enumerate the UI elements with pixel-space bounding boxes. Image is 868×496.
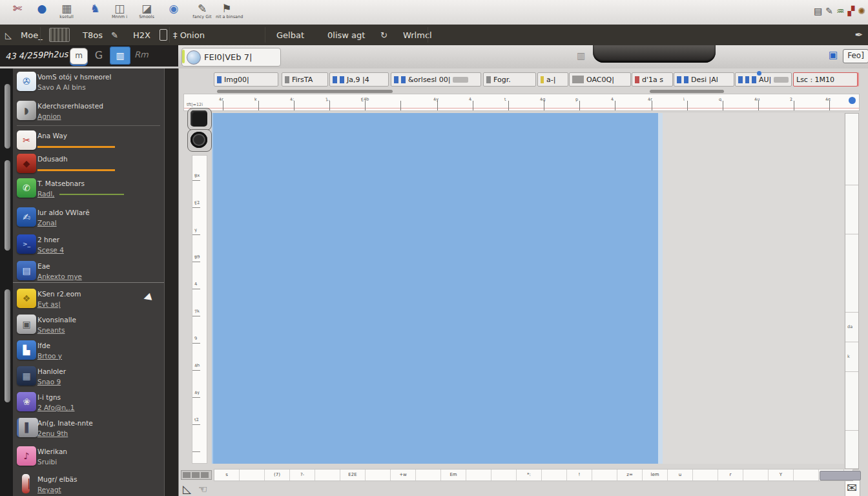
vertical-ruler[interactable]: BxE2yB947k94h4yt2 (192, 155, 207, 464)
frame-cell[interactable]: *: (517, 470, 542, 480)
grid-view-button[interactable]: ▥ (110, 46, 130, 65)
level-tab[interactable]: FirsTA (282, 72, 328, 87)
app-subtitle-link[interactable]: 2enu 9th (37, 429, 68, 437)
app-subtitle-link[interactable]: Sneants (37, 326, 65, 334)
level-tab[interactable]: d'1a s (632, 72, 673, 87)
ruler-handle-dot[interactable] (849, 97, 856, 104)
frame-cell[interactable] (366, 470, 391, 480)
bottom-frame-strip[interactable]: s(7)?-E2E+wEm*:!z=lemurY5)r· (214, 469, 853, 481)
app-subtitle-link[interactable]: Agnion (37, 112, 61, 120)
frame-cell[interactable] (466, 470, 491, 480)
sidebar-item[interactable]: >_2 hnerScese 4 (13, 234, 164, 262)
menu-default[interactable]: Gelbat (276, 30, 304, 40)
level-tab[interactable]: Ja,9 |4 (329, 72, 389, 87)
strip-segment[interactable] (845, 185, 858, 234)
hand-tool-icon[interactable]: ☞ (198, 483, 207, 495)
app-subtitle-link[interactable]: Zonal (37, 219, 57, 227)
launcher-icon-4[interactable]: ♞ (84, 2, 106, 23)
sidebar-item[interactable]: ◗KderchsrerhlaostedAgnion (13, 101, 164, 128)
sidebar-item[interactable]: ◆Ddusadh (13, 154, 164, 181)
rail-scroll-handle[interactable] (5, 84, 10, 149)
frame-cell[interactable] (794, 470, 819, 480)
launcher-icon-2[interactable]: ● (31, 2, 53, 23)
strip-segment[interactable] (845, 431, 858, 469)
drawing-canvas[interactable] (212, 113, 659, 464)
snapshot-button[interactable] (187, 108, 212, 130)
frame-cell[interactable] (416, 470, 441, 480)
panel-handle[interactable] (593, 45, 716, 63)
frame-cell[interactable]: lem (643, 470, 668, 480)
app-subtitle-link[interactable]: Ankexto mye (37, 273, 82, 280)
launcher-icon-1[interactable]: ✄ (6, 2, 28, 23)
level-tab[interactable]: a-| (537, 72, 568, 87)
frame-cell[interactable] (491, 470, 517, 480)
sidebar-item[interactable]: ✆T. MatsebnarsRadl, (13, 178, 164, 205)
frame-cell[interactable]: z= (617, 470, 643, 480)
sidebar-item[interactable]: ▕Mugr/ elbäsReyagt (13, 474, 164, 496)
launcher-icon-3[interactable]: ▦ksetull (56, 2, 78, 23)
strip-segment[interactable]: k (845, 342, 858, 372)
menu-h2x[interactable]: H2X (133, 30, 150, 40)
frame-cell[interactable]: ! (567, 470, 592, 480)
tray-monitor-icon[interactable]: ▤ (814, 4, 822, 18)
sidebar-item[interactable]: ▙IfdeBrtoo y (13, 340, 164, 367)
strip-segment[interactable] (845, 234, 858, 313)
right-scroll-strip[interactable]: dak (845, 113, 859, 470)
frame-cell[interactable] (315, 470, 340, 480)
sidebar-item[interactable]: ❀I-i tgns2 Afo@n,.1 (13, 392, 164, 419)
pasteboard-area[interactable] (663, 113, 844, 464)
monitor-icon[interactable]: ▣ (829, 49, 838, 61)
sidebar-item[interactable]: ♪WlerikanSruibi (13, 446, 164, 473)
app-subtitle-link[interactable]: Snao 9 (37, 378, 61, 386)
launcher-icon-5[interactable]: ◫Mnnm i (108, 2, 130, 23)
mini-button[interactable] (183, 472, 191, 478)
sidebar-item[interactable]: ▣KvonsinalleSneants (13, 315, 164, 342)
menu-other-angle[interactable]: 0lisw agt (327, 30, 365, 40)
sidebar-item[interactable]: ▦HanlolerSnao 9 (13, 366, 164, 393)
m-app-button[interactable]: m (70, 48, 88, 65)
level-tab[interactable]: AU| (735, 72, 792, 87)
app-subtitle-link[interactable]: Evt as| (37, 300, 61, 308)
bottom-mini-buttons[interactable] (181, 470, 212, 480)
launcher-icon-6[interactable]: ◪Smools (136, 2, 158, 23)
zoom-value-box[interactable]: Feo] (843, 49, 868, 63)
level-tab[interactable]: &orlsesl 00| (391, 72, 481, 87)
flag-tool-icon[interactable]: ◺ (183, 482, 191, 495)
frame-cell[interactable] (542, 470, 567, 480)
mini-button[interactable] (201, 472, 209, 478)
pen-icon[interactable]: ✎ (111, 30, 118, 40)
frame-cell[interactable] (693, 470, 718, 480)
trash-icon[interactable]: ▥ (577, 50, 585, 61)
tray-pen-icon[interactable]: ✎ (825, 4, 833, 18)
menu-mode[interactable]: Moe_ (21, 30, 43, 40)
horizontal-ruler[interactable]: tft|=12i 4rk4:1,E4b4y4t4gp44riq4u24e (183, 94, 860, 111)
camera-button[interactable] (187, 129, 212, 152)
frame-cell[interactable] (592, 470, 617, 480)
strip-segment[interactable] (845, 114, 858, 185)
app-subtitle-link[interactable]: Scese 4 (37, 246, 64, 254)
launcher-icon-8[interactable]: ✎fancy Git (191, 2, 213, 23)
level-tab[interactable]: Desi |Al (674, 72, 734, 87)
frame-cell[interactable]: s (214, 470, 240, 480)
stamp-icon[interactable] (49, 28, 70, 42)
app-triangle-icon[interactable]: ◺ (5, 30, 12, 40)
frame-cell[interactable] (743, 470, 769, 480)
sidebar-item[interactable]: ❖KSen r2.eomEvt as|◀ (13, 289, 164, 316)
tray-spark-icon[interactable]: ✺ (858, 4, 865, 18)
app-subtitle-link[interactable]: Savo A Al bins (37, 83, 86, 91)
launcher-icon-7[interactable]: ◉ (163, 2, 185, 23)
frame-cell[interactable] (240, 470, 265, 480)
app-subtitle-link[interactable]: Sruibi (37, 458, 57, 466)
level-tab[interactable]: Img00| (214, 72, 278, 87)
frame-cell[interactable]: E2E (340, 470, 366, 480)
level-tab[interactable]: Lsc : 1M10 (793, 72, 858, 87)
app-subtitle-link[interactable]: Brtoo y (37, 352, 62, 360)
frame-cell[interactable]: u (668, 470, 693, 480)
tray-wave-icon[interactable]: ♒ (836, 4, 845, 18)
envelope-icon[interactable]: ✉ (847, 480, 857, 495)
menu-tools[interactable]: T8os (83, 30, 103, 40)
app-subtitle-link[interactable]: Reyagt (37, 486, 61, 493)
rail-scroll-handle[interactable] (5, 160, 10, 251)
pen-tool-icon[interactable]: ✒ (854, 29, 863, 41)
sidebar-item[interactable]: ✍Iur aldo VWlarêZonal (13, 207, 164, 234)
